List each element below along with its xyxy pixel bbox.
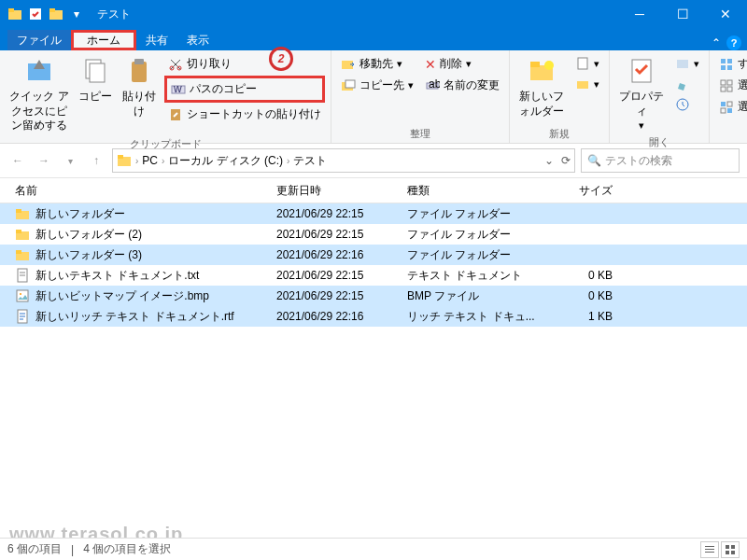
window-title: テスト — [92, 0, 618, 28]
dropdown-icon[interactable]: ⌄ — [544, 154, 554, 167]
file-name: 新しいフォルダー (3) — [35, 247, 276, 263]
file-name: 新しいリッチ テキスト ドキュメント.rtf — [35, 309, 276, 325]
forward-button[interactable]: → — [34, 150, 54, 171]
file-name: 新しいテキスト ドキュメント.txt — [35, 268, 276, 284]
icons-view-button[interactable] — [721, 541, 740, 558]
file-row[interactable]: 新しいフォルダー (3)2021/06/29 22:16ファイル フォルダー — [0, 245, 747, 265]
breadcrumb-pc[interactable]: PC — [142, 154, 158, 167]
rename-button[interactable]: ab名前の変更 — [421, 76, 503, 95]
up-button[interactable]: ↑ — [86, 150, 106, 171]
file-size: 0 KB — [538, 269, 613, 282]
delete-button[interactable]: ✕削除 ▾ — [421, 54, 503, 74]
paste-shortcut-button[interactable]: ショートカットの貼り付け — [164, 105, 325, 124]
address-box[interactable]: › PC › ローカル ディスク (C:) › テスト ⌄ ⟳ — [112, 148, 575, 173]
details-view-button[interactable] — [700, 541, 719, 558]
maximize-button[interactable]: ☐ — [661, 0, 704, 28]
help-icon[interactable]: ? — [726, 35, 741, 50]
new-item-button[interactable]: ▾ — [571, 54, 603, 73]
copy-button[interactable]: コピー — [77, 54, 114, 106]
svg-rect-24 — [577, 81, 588, 89]
folder-icon-2[interactable] — [49, 7, 63, 21]
recent-button[interactable]: ▾ — [60, 150, 80, 171]
svg-rect-31 — [727, 65, 732, 70]
chevron-right-icon[interactable]: › — [162, 156, 164, 166]
pin-icon[interactable] — [28, 7, 43, 21]
invert-selection-button[interactable]: 選択の切り替え — [715, 97, 747, 117]
file-row[interactable]: 新しいリッチ テキスト ドキュメント.rtf2021/06/29 22:16リッ… — [0, 306, 747, 327]
pin-quickaccess-button[interactable]: クイック アクセスにピン留めする — [6, 54, 73, 135]
select-none-button[interactable]: 選択解除 — [715, 76, 747, 95]
file-row[interactable]: 新しいフォルダー2021/06/29 22:15ファイル フォルダー — [0, 203, 747, 224]
svg-rect-36 — [721, 102, 726, 106]
svg-rect-17 — [345, 80, 355, 88]
search-placeholder: テストの検索 — [605, 153, 672, 169]
status-bar: 6 個の項目 | 4 個の項目を選択 — [0, 538, 747, 560]
svg-rect-41 — [118, 155, 123, 159]
tab-home[interactable]: ホーム — [71, 30, 136, 50]
col-date[interactable]: 更新日時 — [276, 183, 407, 199]
annotation-2: 2 — [269, 47, 293, 71]
edit-button[interactable] — [671, 75, 703, 93]
col-type[interactable]: 種類 — [407, 183, 538, 199]
svg-text:ab: ab — [429, 78, 440, 91]
svg-rect-32 — [721, 80, 726, 85]
dropdown-icon[interactable]: ▾ — [69, 7, 84, 21]
moveto-label: 移動先 — [359, 56, 393, 72]
file-date: 2021/06/29 22:15 — [276, 269, 407, 282]
tab-file[interactable]: ファイル — [7, 30, 71, 50]
quick-access-icons: ▾ — [0, 0, 92, 28]
breadcrumb-drive[interactable]: ローカル ディスク (C:) — [168, 153, 283, 169]
ribbon: クイック アクセスにピン留めする コピー 貼り付け 切り取り wパスのコピー シ… — [0, 50, 747, 144]
paste-label: 貼り付け — [120, 90, 159, 119]
ribbon-collapse[interactable]: ⌃? — [712, 35, 741, 50]
properties-label: プロパティ — [617, 90, 666, 119]
svg-rect-58 — [705, 549, 714, 550]
file-name: 新しいフォルダー — [35, 206, 276, 222]
cut-button[interactable]: 切り取り — [164, 54, 325, 74]
svg-rect-29 — [727, 59, 732, 63]
file-row[interactable]: 新しいビットマップ イメージ.bmp2021/06/29 22:15BMP ファ… — [0, 286, 747, 306]
file-type: リッチ テキスト ドキュ... — [407, 309, 538, 325]
file-row[interactable]: 新しいフォルダー (2)2021/06/29 22:15ファイル フォルダー — [0, 224, 747, 245]
col-size[interactable]: サイズ — [538, 183, 613, 199]
svg-point-52 — [20, 293, 21, 295]
svg-rect-23 — [578, 58, 587, 69]
back-button[interactable]: ← — [7, 150, 28, 171]
svg-text:w: w — [173, 82, 182, 95]
open-button[interactable]: ▾ — [671, 54, 703, 73]
minimize-button[interactable]: ─ — [618, 0, 661, 28]
refresh-icon[interactable]: ⟳ — [561, 154, 571, 167]
copyto-button[interactable]: コピー先 ▾ — [337, 76, 417, 95]
tab-share[interactable]: 共有 — [136, 30, 177, 50]
tab-view[interactable]: 表示 — [177, 30, 218, 50]
folder-icon — [15, 227, 30, 242]
file-date: 2021/06/29 22:16 — [276, 248, 407, 261]
svg-rect-62 — [726, 551, 729, 554]
svg-rect-35 — [727, 87, 732, 91]
copyto-label: コピー先 — [359, 77, 404, 93]
paste-button[interactable]: 貼り付け — [118, 54, 161, 120]
titlebar: ▾ テスト ─ ☐ ✕ — [0, 0, 747, 28]
easy-access-button[interactable]: ▾ — [571, 75, 603, 93]
txt-icon — [15, 268, 30, 283]
history-button[interactable] — [671, 95, 703, 114]
file-row[interactable]: 新しいテキスト ドキュメント.txt2021/06/29 22:15テキスト ド… — [0, 265, 747, 286]
svg-rect-8 — [132, 62, 147, 82]
select-all-button[interactable]: すべて選択 — [715, 54, 747, 74]
invert-label: 選択の切り替え — [738, 99, 747, 115]
close-button[interactable]: ✕ — [704, 0, 747, 28]
file-name: 新しいビットマップ イメージ.bmp — [35, 288, 276, 304]
moveto-button[interactable]: 移動先 ▾ — [337, 54, 417, 74]
new-folder-button[interactable]: 新しいフォルダー — [515, 54, 568, 120]
breadcrumb-folder[interactable]: テスト — [293, 153, 327, 169]
file-type: ファイル フォルダー — [407, 247, 538, 263]
svg-rect-57 — [705, 546, 714, 547]
chevron-right-icon[interactable]: › — [287, 156, 289, 166]
properties-button[interactable]: プロパティ ▾ — [615, 54, 668, 133]
folder-icon[interactable] — [7, 7, 22, 21]
search-icon: 🔍 — [587, 154, 601, 167]
search-input[interactable]: 🔍 テストの検索 — [581, 148, 740, 173]
copy-path-button[interactable]: wパスのコピー — [164, 76, 325, 103]
col-name[interactable]: 名前 — [15, 183, 276, 199]
chevron-right-icon[interactable]: › — [135, 156, 138, 166]
